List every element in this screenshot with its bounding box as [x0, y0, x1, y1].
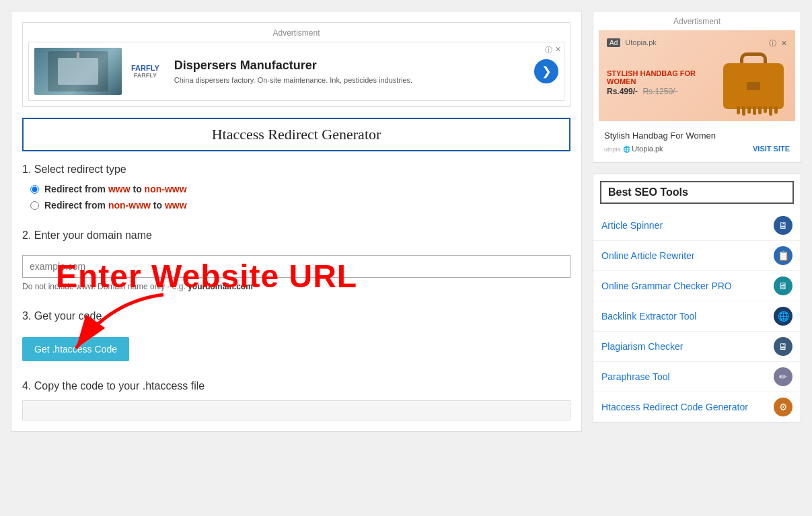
code-output-area	[22, 400, 570, 420]
seo-tool-item[interactable]: Online Article Rewriter 📋	[593, 241, 801, 271]
ad-heading: Dispersers Manufacturer	[174, 59, 529, 73]
ad-close-icon[interactable]: ✕	[555, 45, 561, 55]
seo-tool-item[interactable]: Plagiarism Checker 🖥	[593, 332, 801, 362]
ad-description: China dispersers factory. On-site mainte…	[174, 76, 529, 84]
radio1-label: Redirect from www to non-www	[44, 184, 187, 194]
sidebar-ad-text: STYLISH HANDBAG FOR WOMEN Rs.499/- Rs.12…	[607, 69, 713, 96]
main-content: Advertisment ⓘ ✕	[11, 11, 582, 432]
radio-item-2: Redirect from non-www to www	[30, 200, 570, 211]
section1-label: 1. Select redirect type	[22, 163, 570, 176]
sidebar-ad-icons: ⓘ ✕	[769, 38, 787, 48]
seo-tool-item[interactable]: Article Spinner 🖥	[593, 211, 801, 241]
ad-corner-icons: ⓘ ✕	[545, 45, 561, 55]
product-title: STYLISH HANDBAG FOR WOMEN	[607, 69, 713, 85]
seo-tool-link[interactable]: Backlink Extractor Tool	[601, 311, 774, 322]
seo-tool-link[interactable]: Online Article Rewriter	[601, 250, 774, 261]
hint-text: Do not include www. Domain name only - e…	[22, 282, 570, 291]
section3-label: 3. Get your code	[22, 310, 570, 322]
handbag-image	[720, 52, 787, 113]
ad-cta-button[interactable]: ❯	[534, 59, 558, 83]
seo-tool-link[interactable]: Article Spinner	[601, 220, 774, 231]
page-title-box: Htaccess Redirect Generator	[22, 118, 570, 151]
sidebar-ad-footer: utopia 🌐 Utopia.pk VISIT SITE	[604, 145, 790, 153]
handbag-fringe	[737, 106, 778, 116]
seo-tool-link[interactable]: Plagiarism Checker	[601, 341, 774, 352]
sidebar-ad-brand: utopia 🌐 Utopia.pk	[604, 145, 663, 153]
sidebar-ad-content: STYLISH HANDBAG FOR WOMEN Rs.499/- Rs.12…	[607, 52, 787, 113]
seo-tool-icon: ⚙	[774, 398, 792, 416]
seo-tool-item[interactable]: Online Grammar Checker PRO 🖥	[593, 271, 801, 301]
ad-image	[34, 48, 122, 95]
section2-label: 2. Enter your domain name	[22, 229, 570, 242]
seo-tool-icon: 🌐	[774, 307, 792, 326]
sidebar: Advertisment Ad Utopia.pk ⓘ ✕ STYLISH HA…	[593, 11, 801, 432]
sidebar-ad-box: Advertisment Ad Utopia.pk ⓘ ✕ STYLISH HA…	[593, 11, 801, 163]
sidebar-ad-caption: Stylish Handbag For Women	[604, 131, 790, 141]
seo-tool-icon: 🖥	[774, 277, 792, 295]
seo-tool-link[interactable]: Htaccess Redirect Code Generator	[601, 402, 774, 412]
seo-tools-box: Best SEO Tools Article Spinner 🖥 Online …	[593, 174, 801, 422]
ad-text-block: Dispersers Manufacturer China dispersers…	[169, 59, 534, 84]
handbag-clasp	[747, 82, 760, 90]
section4-label: 4. Copy the code to your .htaccess file	[22, 380, 570, 392]
seo-tool-icon: 🖥	[774, 216, 792, 235]
seo-tool-item[interactable]: Paraphrase Tool ✏	[593, 362, 801, 392]
main-ad-box: Advertisment ⓘ ✕	[22, 22, 570, 107]
seo-tool-icon: 📋	[774, 246, 792, 265]
ad-image-inner	[34, 48, 122, 95]
sidebar-ad-label: Advertisment	[599, 17, 795, 26]
ad-brand-logo: FARFLY FARFLY	[127, 63, 163, 80]
seo-tool-icon: 🖥	[774, 337, 792, 356]
seo-tool-item[interactable]: Backlink Extractor Tool 🌐	[593, 301, 801, 332]
main-ad-banner: ⓘ ✕ FARFLY FARFLY	[28, 42, 564, 101]
main-ad-label: Advertisment	[28, 28, 564, 38]
seo-tool-link[interactable]: Paraphrase Tool	[601, 371, 774, 382]
sidebar-ad-info-icon[interactable]: ⓘ	[769, 39, 776, 47]
seo-tool-item[interactable]: Htaccess Redirect Code Generator ⚙	[593, 392, 801, 422]
handbag-body-shape	[723, 63, 784, 109]
form-section: Enter Website URL 1. Select redirect typ…	[22, 163, 570, 420]
domain-input[interactable]	[22, 255, 570, 278]
seo-tool-link[interactable]: Online Grammar Checker PRO	[601, 281, 774, 291]
seo-tool-icon: ✏	[774, 367, 792, 386]
radio2-label: Redirect from non-www to www	[44, 200, 187, 211]
radio-item-1: Redirect from www to non-www	[30, 184, 570, 194]
sidebar-ad-visit-link[interactable]: VISIT SITE	[753, 145, 790, 153]
sidebar-ad-top-bar: Ad Utopia.pk ⓘ ✕	[607, 38, 787, 48]
radio-nonwww-to-www[interactable]	[30, 201, 39, 210]
seo-tools-list: Article Spinner 🖥 Online Article Rewrite…	[593, 211, 801, 422]
page-title: Htaccess Redirect Generator	[30, 126, 562, 143]
radio-group: Redirect from www to non-www Redirect fr…	[30, 184, 570, 211]
sidebar-ad-badge: Ad Utopia.pk	[607, 38, 657, 48]
sidebar-ad-inner: Ad Utopia.pk ⓘ ✕ STYLISH HANDBAG FOR WOM…	[599, 30, 795, 121]
ad-info-icon[interactable]: ⓘ	[545, 45, 552, 55]
sidebar-ad-caption-wrapper: Stylish Handbag For Women utopia 🌐 Utopi…	[599, 121, 795, 157]
seo-tools-title: Best SEO Tools	[600, 181, 794, 204]
sidebar-ad-close-icon[interactable]: ✕	[781, 39, 787, 47]
product-price: Rs.499/- Rs.1250/-	[607, 87, 713, 96]
radio-www-to-nonwww[interactable]	[30, 185, 39, 194]
get-code-button[interactable]: Get .htaccess Code	[22, 337, 129, 361]
